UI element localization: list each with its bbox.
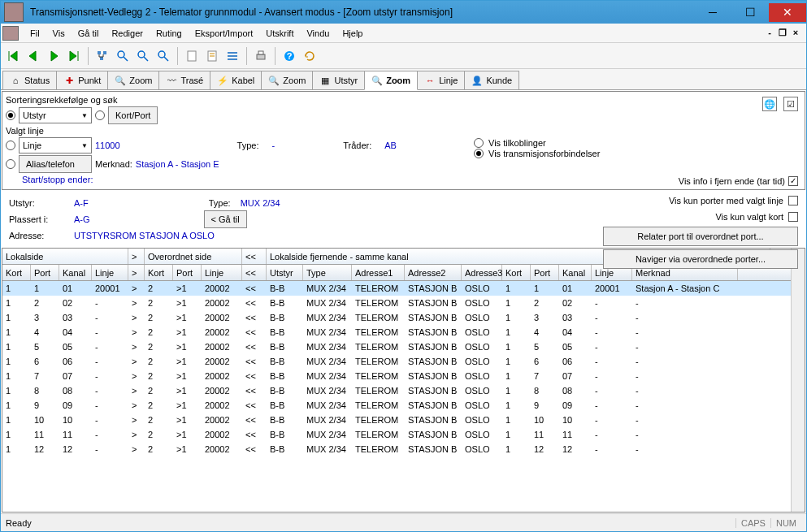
mdi-minimize-icon[interactable]: - bbox=[764, 28, 775, 38]
table-row[interactable]: 1202->2>120002<<B-BMUX 2/34TELEROMSTASJO… bbox=[2, 296, 791, 310]
col-kanal3[interactable]: Kanal bbox=[559, 265, 592, 280]
vertical-scrollbar[interactable] bbox=[791, 249, 805, 512]
menubar: Fil Vis Gå til Rediger Ruting Eksport/Im… bbox=[1, 24, 806, 43]
group-lokalside[interactable]: Lokalside bbox=[2, 249, 128, 264]
tab-kabel[interactable]: ⚡Kabel bbox=[210, 71, 262, 89]
col-gt[interactable]: > bbox=[128, 265, 145, 280]
nav-last-icon[interactable] bbox=[65, 47, 83, 65]
combo-linje[interactable]: Linje▼ bbox=[19, 137, 92, 154]
table-row[interactable]: 11010->2>120002<<B-BMUX 2/34TELEROMSTASJ… bbox=[2, 413, 791, 427]
grid-body[interactable]: 110120001>2>120002<<B-BMUX 2/34TELEROMST… bbox=[2, 281, 791, 512]
close-button[interactable]: ✕ bbox=[769, 3, 806, 22]
linje-value[interactable]: 11000 bbox=[95, 141, 120, 150]
tab-status[interactable]: ⌂Status bbox=[2, 71, 57, 89]
tab-zoom-active[interactable]: 🔍Zoom bbox=[364, 71, 418, 90]
tool-doc2-icon[interactable] bbox=[203, 47, 221, 65]
combo-utstyr[interactable]: Utstyr▼ bbox=[19, 107, 92, 123]
menu-ruting[interactable]: Ruting bbox=[150, 26, 189, 41]
menu-rediger[interactable]: Rediger bbox=[105, 26, 150, 41]
tool-tree-icon[interactable] bbox=[93, 47, 111, 65]
alias-button[interactable]: Alias/telefon bbox=[19, 155, 92, 173]
table-row[interactable]: 1707->2>120002<<B-BMUX 2/34TELEROMSTASJO… bbox=[2, 369, 791, 383]
tool-print-icon[interactable] bbox=[252, 47, 270, 65]
mdi-restore-icon[interactable]: ❐ bbox=[777, 28, 788, 38]
menu-vis[interactable]: Vis bbox=[46, 26, 72, 41]
tool-doc1-icon[interactable] bbox=[183, 47, 201, 65]
table-row[interactable]: 1303->2>120002<<B-BMUX 2/34TELEROMSTASJO… bbox=[2, 310, 791, 325]
table-row[interactable]: 1808->2>120002<<B-BMUX 2/34TELEROMSTASJO… bbox=[2, 383, 791, 398]
col-type[interactable]: Type bbox=[303, 265, 352, 280]
table-row[interactable]: 11111->2>120002<<B-BMUX 2/34TELEROMSTASJ… bbox=[2, 427, 791, 442]
menu-hjelp[interactable]: Hjelp bbox=[336, 26, 369, 41]
tab-kunde[interactable]: 👤Kunde bbox=[464, 71, 519, 89]
menu-gatil[interactable]: Gå til bbox=[72, 26, 106, 41]
col-kanal[interactable]: Kanal bbox=[59, 265, 92, 280]
gatil-button[interactable]: < Gå til bbox=[204, 210, 247, 228]
tool-help-icon[interactable]: ? bbox=[280, 47, 298, 65]
col-linje2[interactable]: Linje bbox=[202, 265, 242, 280]
group-gt[interactable]: > bbox=[128, 249, 145, 264]
col-utstyr[interactable]: Utstyr bbox=[267, 265, 303, 280]
col-lt[interactable]: << bbox=[242, 265, 267, 280]
tab-utstyr[interactable]: ▦Utstyr bbox=[312, 71, 365, 89]
checklist-icon[interactable]: ☑ bbox=[783, 97, 798, 111]
svg-rect-1 bbox=[103, 51, 106, 54]
tool-zoom3-icon[interactable] bbox=[154, 47, 172, 65]
tool-list-icon[interactable] bbox=[223, 47, 241, 65]
group-overordnet[interactable]: Overordnet side bbox=[145, 249, 242, 264]
nav-next-icon[interactable] bbox=[45, 47, 63, 65]
radio-utstyr[interactable] bbox=[6, 110, 15, 120]
minimize-button[interactable]: ─ bbox=[694, 3, 731, 22]
col-kort3[interactable]: Kort bbox=[502, 265, 531, 280]
table-row[interactable]: 1404->2>120002<<B-BMUX 2/34TELEROMSTASJO… bbox=[2, 325, 791, 340]
naviger-button[interactable]: Naviger via overordnede porter... bbox=[603, 249, 798, 269]
group-lt[interactable]: << bbox=[242, 249, 267, 264]
col-adresse1[interactable]: Adresse1 bbox=[352, 265, 405, 280]
col-adresse3[interactable]: Adresse3 bbox=[462, 265, 502, 280]
chk-vis-fjern[interactable] bbox=[788, 176, 798, 186]
menu-vindu[interactable]: Vindu bbox=[300, 26, 336, 41]
table-row[interactable]: 110120001>2>120002<<B-BMUX 2/34TELEROMST… bbox=[2, 281, 791, 296]
tool-refresh-icon[interactable] bbox=[301, 47, 319, 65]
zoom-icon: 🔍 bbox=[371, 75, 383, 86]
globe-icon[interactable]: 🌐 bbox=[762, 97, 777, 111]
tab-zoom-2[interactable]: 🔍Zoom bbox=[261, 71, 313, 89]
relater-button[interactable]: Relater port til overordnet port... bbox=[603, 227, 798, 246]
tool-zoom-icon[interactable] bbox=[114, 47, 132, 65]
plassert-value[interactable]: A-G bbox=[74, 214, 90, 224]
radio-vis-tilkoblinger[interactable] bbox=[474, 138, 484, 148]
col-linje[interactable]: Linje bbox=[92, 265, 128, 280]
zoom-icon: 🔍 bbox=[115, 75, 126, 86]
chk-kun-porter[interactable] bbox=[788, 196, 798, 205]
col-kort2[interactable]: Kort bbox=[145, 265, 173, 280]
tool-zoom2-icon[interactable] bbox=[134, 47, 152, 65]
radio-kortport[interactable] bbox=[95, 110, 105, 120]
table-row[interactable]: 1606->2>120002<<B-BMUX 2/34TELEROMSTASJO… bbox=[2, 354, 791, 369]
maximize-button[interactable]: ☐ bbox=[731, 3, 769, 22]
col-port[interactable]: Port bbox=[31, 265, 59, 280]
radio-alias[interactable] bbox=[6, 159, 15, 169]
mdi-close-icon[interactable]: × bbox=[790, 28, 801, 38]
table-row[interactable]: 1505->2>120002<<B-BMUX 2/34TELEROMSTASJO… bbox=[2, 340, 791, 354]
col-port3[interactable]: Port bbox=[531, 265, 559, 280]
radio-linje[interactable] bbox=[6, 141, 15, 150]
tab-punkt[interactable]: ✚Punkt bbox=[56, 71, 108, 89]
kortport-button[interactable]: Kort/Port bbox=[108, 106, 158, 124]
menu-fil[interactable]: Fil bbox=[24, 26, 46, 41]
table-row[interactable]: 1909->2>120002<<B-BMUX 2/34TELEROMSTASJO… bbox=[2, 398, 791, 413]
menu-app-icon bbox=[2, 26, 19, 41]
chk-kun-kort[interactable] bbox=[788, 212, 798, 222]
nav-prev-icon[interactable] bbox=[24, 47, 42, 65]
tab-zoom-1[interactable]: 🔍Zoom bbox=[107, 71, 159, 89]
tab-linje[interactable]: ↔Linje bbox=[417, 71, 465, 89]
table-row[interactable]: 11212->2>120002<<B-BMUX 2/34TELEROMSTASJ… bbox=[2, 442, 791, 456]
col-kort[interactable]: Kort bbox=[2, 265, 31, 280]
utstyr-value[interactable]: A-F bbox=[74, 198, 89, 208]
menu-utskrift[interactable]: Utskrift bbox=[259, 26, 300, 41]
col-port2[interactable]: Port bbox=[173, 265, 202, 280]
col-adresse2[interactable]: Adresse2 bbox=[405, 265, 462, 280]
menu-eksport[interactable]: Eksport/Import bbox=[189, 26, 260, 41]
radio-vis-transmisjon[interactable] bbox=[474, 149, 484, 158]
nav-first-icon[interactable] bbox=[4, 47, 22, 65]
tab-trase[interactable]: 〰Trasé bbox=[158, 71, 210, 89]
